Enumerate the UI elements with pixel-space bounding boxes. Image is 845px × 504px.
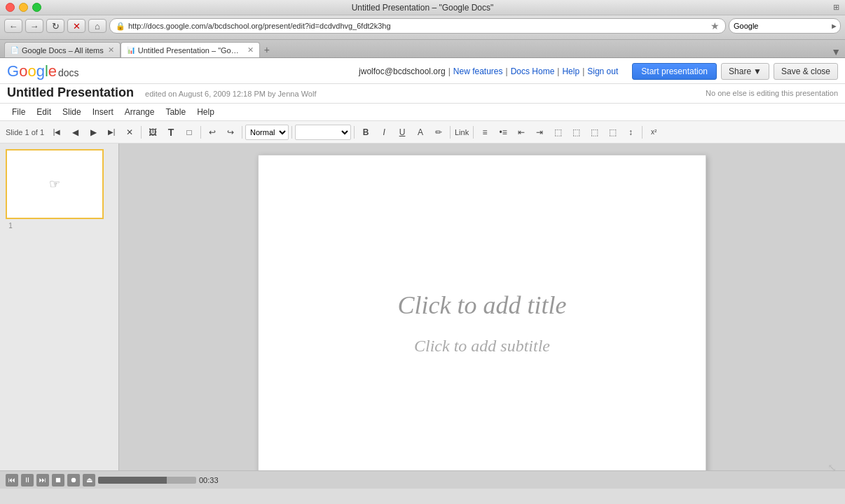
reload-button[interactable]: ↻ xyxy=(46,19,64,33)
progress-bar[interactable] xyxy=(98,477,196,484)
search-submit-icon[interactable]: ► xyxy=(830,22,838,30)
indent-increase-button[interactable]: ⇥ xyxy=(531,125,548,140)
align-left-button[interactable]: ⬚ xyxy=(549,125,566,140)
share-button[interactable]: Share ▼ xyxy=(721,63,769,80)
bold-button[interactable]: B xyxy=(357,125,374,140)
menu-edit[interactable]: Edit xyxy=(32,105,56,119)
toolbar-sep-6 xyxy=(450,126,451,139)
minimize-window-button[interactable] xyxy=(19,3,28,12)
tab-favicon-2: 📊 xyxy=(127,46,135,54)
style-dropdown[interactable]: Normal xyxy=(245,125,289,140)
menu-insert[interactable]: Insert xyxy=(88,105,118,119)
home-button[interactable]: ⌂ xyxy=(88,19,107,33)
superscript-button[interactable]: x² xyxy=(645,125,662,140)
tab-presentation[interactable]: 📊 Untitled Presentation – "Google... ✕ xyxy=(121,42,260,57)
tabs-list-button[interactable]: ▼ xyxy=(831,46,841,57)
address-bar-input[interactable] xyxy=(128,22,708,30)
insert-text-button[interactable]: T xyxy=(163,125,179,140)
align-center-button[interactable]: ⬚ xyxy=(568,125,584,140)
tab-all-items[interactable]: 📄 Google Docs – All items ✕ xyxy=(4,42,121,57)
line-spacing-button[interactable]: ↕ xyxy=(622,125,639,140)
slide-next-button[interactable]: ▶ xyxy=(85,125,102,140)
font-color-button[interactable]: A xyxy=(412,125,429,140)
bookmark-icon[interactable]: ★ xyxy=(710,20,720,31)
bottom-bar: ⏮ ⏸ ⏭ ⏹ ⏺ ⏏ 00:33 xyxy=(0,470,845,489)
new-tab-button[interactable]: + xyxy=(260,42,274,57)
resize-icon[interactable]: ⤡ xyxy=(827,461,837,470)
playback-stop[interactable]: ⏹ xyxy=(52,474,64,486)
start-presentation-button[interactable]: Start presentation xyxy=(632,63,717,80)
gdocs-header: Google docs jwolfoc@bcdschool.org | New … xyxy=(0,58,845,84)
separator-4: | xyxy=(582,66,584,76)
slide-canvas-area: Click to add title Click to add subtitle… xyxy=(119,144,845,470)
playback-pause[interactable]: ⏸ xyxy=(21,474,34,486)
doc-title-bar: Untitled Presentation edited on August 6… xyxy=(0,84,845,104)
playback-eject[interactable]: ⏏ xyxy=(83,474,95,486)
user-email: jwolfoc@bcdschool.org xyxy=(359,66,446,76)
tab-close-2[interactable]: ✕ xyxy=(247,46,254,55)
google-logo: Google xyxy=(7,62,57,80)
underline-button[interactable]: U xyxy=(394,125,411,140)
menu-table[interactable]: Table xyxy=(160,105,191,119)
forward-button[interactable]: → xyxy=(25,19,43,33)
highlight-button[interactable]: ✏ xyxy=(430,125,447,140)
slide-prev-button[interactable]: ◀ xyxy=(67,125,83,140)
sign-out-link[interactable]: Sign out xyxy=(587,66,618,76)
align-right-button[interactable]: ⬚ xyxy=(586,125,603,140)
tab-label-1: Google Docs – All items xyxy=(22,46,104,55)
playback-skip-end[interactable]: ⏭ xyxy=(36,474,49,486)
window-expand-icon[interactable]: ⊞ xyxy=(833,3,839,12)
slide-close-button[interactable]: ✕ xyxy=(121,125,138,140)
ordered-list-button[interactable]: ≡ xyxy=(476,125,493,140)
menu-slide[interactable]: Slide xyxy=(57,105,86,119)
italic-button[interactable]: I xyxy=(376,125,392,140)
tab-close-1[interactable]: ✕ xyxy=(108,46,114,55)
address-security-icon: 🔒 xyxy=(116,22,125,31)
browser-search-input[interactable] xyxy=(734,22,830,30)
close-window-button[interactable] xyxy=(6,3,15,12)
playback-record[interactable]: ⏺ xyxy=(67,474,80,486)
docs-home-link[interactable]: Docs Home xyxy=(511,66,555,76)
collab-status: No one else is editing this presentation xyxy=(706,89,838,97)
playback-skip-start[interactable]: ⏮ xyxy=(6,474,18,486)
share-dropdown-icon[interactable]: ▼ xyxy=(753,66,762,76)
separator-1: | xyxy=(448,66,451,76)
traffic-lights xyxy=(6,3,41,12)
slide-indicator: Slide 1 of 1 xyxy=(6,128,44,136)
menu-bar: File Edit Slide Insert Arrange Table Hel… xyxy=(0,104,845,121)
menu-file[interactable]: File xyxy=(7,105,30,119)
slide-subtitle-placeholder[interactable]: Click to add subtitle xyxy=(414,337,550,356)
toolbar: Slide 1 of 1 |◀ ◀ ▶ ▶| ✕ 🖼 T □ ↩ ↪ Norma… xyxy=(0,121,845,144)
unordered-list-button[interactable]: •≡ xyxy=(495,125,511,140)
font-dropdown[interactable] xyxy=(295,125,351,140)
undo-button[interactable]: ↩ xyxy=(204,125,221,140)
help-link[interactable]: Help xyxy=(562,66,579,76)
tabs-row: 📄 Google Docs – All items ✕ 📊 Untitled P… xyxy=(0,40,845,58)
new-features-link[interactable]: New features xyxy=(453,66,503,76)
progress-fill xyxy=(98,477,167,484)
slide-first-button[interactable]: |◀ xyxy=(48,125,65,140)
save-close-button[interactable]: Save & close xyxy=(774,63,838,80)
address-bar-container: 🔒 ★ xyxy=(109,18,726,34)
indent-decrease-button[interactable]: ⇤ xyxy=(513,125,530,140)
toolbar-sep-5 xyxy=(354,126,355,139)
insert-image-button[interactable]: 🖼 xyxy=(144,125,161,140)
menu-arrange[interactable]: Arrange xyxy=(120,105,160,119)
tab-favicon-1: 📄 xyxy=(11,46,19,54)
slide-title-placeholder[interactable]: Click to add title xyxy=(398,290,567,320)
slide-last-button[interactable]: ▶| xyxy=(103,125,120,140)
redo-button[interactable]: ↪ xyxy=(222,125,239,140)
insert-shape-button[interactable]: □ xyxy=(181,125,198,140)
maximize-window-button[interactable] xyxy=(32,3,41,12)
menu-help[interactable]: Help xyxy=(192,105,219,119)
toolbar-sep-4 xyxy=(291,126,292,139)
align-justify-button[interactable]: ⬚ xyxy=(604,125,621,140)
toolbar-sep-7 xyxy=(473,126,474,139)
tab-label-2: Untitled Presentation – "Google... xyxy=(138,46,243,55)
separator-2: | xyxy=(506,66,508,76)
back-button[interactable]: ← xyxy=(4,19,22,33)
link-button[interactable]: Link xyxy=(453,125,470,140)
stop-button[interactable]: ✕ xyxy=(67,19,85,33)
slide-thumbnail-1[interactable]: ☞ xyxy=(6,149,104,219)
slide-canvas[interactable]: Click to add title Click to add subtitle xyxy=(258,155,706,470)
